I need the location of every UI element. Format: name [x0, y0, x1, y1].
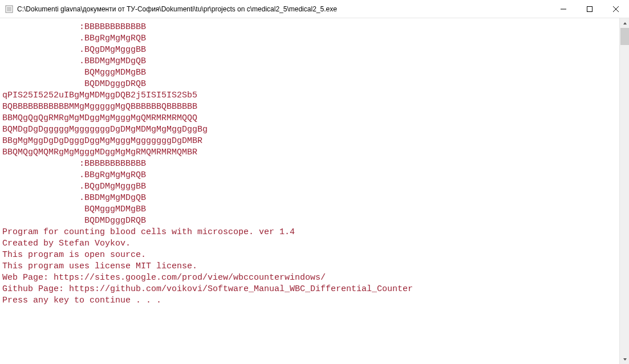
scroll-down-arrow[interactable]	[620, 354, 629, 364]
console-line: Press any key to continue . . .	[2, 295, 617, 306]
console-line: BQMgggMDMgBB	[2, 67, 617, 79]
maximize-button[interactable]	[577, 0, 603, 18]
console-line: BQBBBBBBBBBBBMMgMgggggMgQBBBBBBQBBBBBB	[2, 101, 617, 113]
console-line: .BBDMgMgMDgQB	[2, 56, 617, 67]
console-line: .BQgDMgMgggBB	[2, 181, 617, 193]
console-line: BBQMQgQMQMRgMgMgggMDggMgMgRMQMRMRMQMBR	[2, 147, 617, 158]
window-controls	[550, 0, 629, 18]
svg-rect-3	[587, 6, 593, 11]
window-title: C:\Dokumenti glavna\документи от ТУ-Софи…	[17, 5, 550, 13]
vertical-scrollbar[interactable]	[619, 18, 629, 364]
scroll-thumb[interactable]	[620, 28, 629, 45]
minimize-button[interactable]	[550, 0, 577, 18]
console-line: .BQgDMgMgggBB	[2, 44, 617, 56]
console-line: .BBgRgMgMgRQB	[2, 33, 617, 44]
console-line: Web Page: https://sites.google.com/prod/…	[2, 272, 617, 284]
console-line: BQMgggMDMgBB	[2, 204, 617, 215]
console-line: Program for counting blood cells with mi…	[2, 227, 617, 238]
console-line: qPIS25I5252uIBgMgMDMggDQB2j5ISI5IS2Sb5	[2, 90, 617, 101]
scroll-up-arrow[interactable]	[620, 18, 629, 28]
console-line: BBgMgMggDgDgDgggDggMgMgggMgggggggDgDMBR	[2, 136, 617, 147]
console-line: BQDMDgggDRQB	[2, 215, 617, 227]
app-icon	[5, 5, 14, 14]
close-button[interactable]	[603, 0, 629, 18]
console-line: BQMDgDgDgggggMgggggggDgDMgMDMgMgMggDggBg	[2, 124, 617, 136]
console-line: Github Page: https://github.com/voikovi/…	[2, 284, 617, 295]
content-area: :BBBBBBBBBBBB .BBgRgMgMgRQB .BQgDMgMgggB…	[0, 18, 629, 364]
console-output: :BBBBBBBBBBBB .BBgRgMgMgRQB .BQgDMgMgggB…	[0, 18, 619, 364]
console-line: BBMQgQgQgRMRgMgMDggMgMgggMgQMRMRMRMQQQ	[2, 113, 617, 124]
svg-rect-1	[7, 7, 11, 11]
console-line: .BBDMgMgMDgQB	[2, 193, 617, 204]
console-line: :BBBBBBBBBBBB	[2, 158, 617, 170]
console-line: Created by Stefan Voykov.	[2, 238, 617, 250]
console-line: This program uses license MIT license.	[2, 261, 617, 272]
console-line: This program is open source.	[2, 250, 617, 261]
titlebar: C:\Dokumenti glavna\документи от ТУ-Софи…	[0, 0, 629, 18]
console-line: .BBgRgMgMgRQB	[2, 170, 617, 181]
console-line: BQDMDgggDRQB	[2, 79, 617, 90]
console-line: :BBBBBBBBBBBB	[2, 22, 617, 33]
